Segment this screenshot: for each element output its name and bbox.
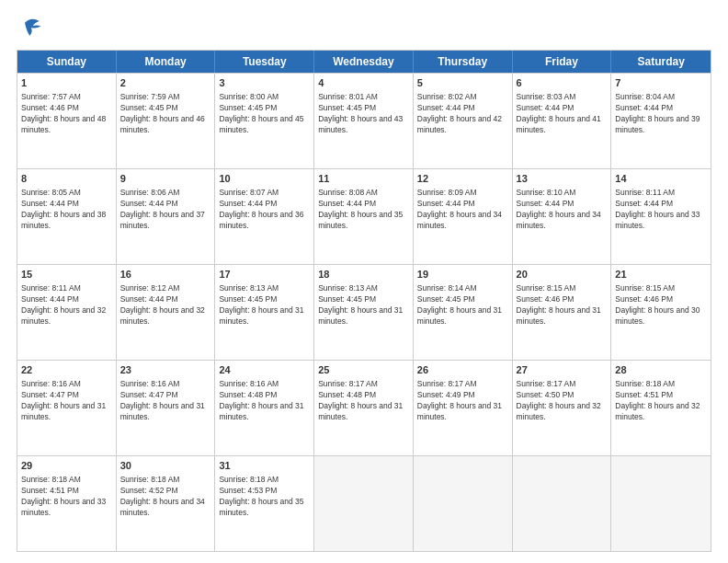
day-number: 10 [219, 172, 310, 186]
calendar-cell [611, 456, 711, 551]
calendar-header-cell: Thursday [414, 51, 513, 73]
calendar-header-cell: Wednesday [314, 51, 414, 73]
cell-details: Sunrise: 8:17 AMSunset: 4:49 PMDaylight:… [417, 379, 502, 421]
day-number: 2 [120, 76, 211, 90]
page: SundayMondayTuesdayWednesdayThursdayFrid… [0, 0, 728, 563]
calendar-cell [414, 456, 513, 551]
day-number: 14 [615, 172, 707, 186]
calendar-header-row: SundayMondayTuesdayWednesdayThursdayFrid… [17, 51, 711, 73]
calendar-week: 29Sunrise: 8:18 AMSunset: 4:51 PMDayligh… [17, 455, 711, 551]
calendar-cell: 12Sunrise: 8:09 AMSunset: 4:44 PMDayligh… [414, 169, 513, 264]
cell-details: Sunrise: 8:10 AMSunset: 4:44 PMDaylight:… [517, 188, 601, 230]
day-number: 26 [417, 363, 508, 377]
header [17, 15, 711, 40]
calendar-cell [513, 456, 612, 551]
calendar-body: 1Sunrise: 7:57 AMSunset: 4:46 PMDaylight… [17, 73, 711, 551]
day-number: 24 [219, 363, 310, 377]
cell-details: Sunrise: 8:18 AMSunset: 4:52 PMDaylight:… [120, 475, 205, 517]
calendar-cell: 14Sunrise: 8:11 AMSunset: 4:44 PMDayligh… [611, 169, 711, 264]
cell-details: Sunrise: 8:07 AMSunset: 4:44 PMDaylight:… [219, 188, 303, 230]
day-number: 20 [517, 268, 608, 282]
day-number: 5 [417, 76, 508, 90]
calendar-header-cell: Monday [117, 51, 216, 73]
calendar-cell: 16Sunrise: 8:12 AMSunset: 4:44 PMDayligh… [117, 265, 216, 360]
calendar: SundayMondayTuesdayWednesdayThursdayFrid… [17, 50, 711, 552]
day-number: 13 [517, 172, 608, 186]
day-number: 11 [318, 172, 409, 186]
calendar-cell: 9Sunrise: 8:06 AMSunset: 4:44 PMDaylight… [117, 169, 216, 264]
calendar-week: 15Sunrise: 8:11 AMSunset: 4:44 PMDayligh… [17, 264, 711, 360]
cell-details: Sunrise: 8:17 AMSunset: 4:50 PMDaylight:… [517, 379, 601, 421]
calendar-cell: 22Sunrise: 8:16 AMSunset: 4:47 PMDayligh… [17, 361, 117, 455]
calendar-cell: 15Sunrise: 8:11 AMSunset: 4:44 PMDayligh… [17, 265, 117, 360]
calendar-cell: 11Sunrise: 8:08 AMSunset: 4:44 PMDayligh… [314, 169, 414, 264]
day-number: 1 [21, 76, 112, 90]
logo-bird-icon [18, 15, 44, 40]
calendar-cell: 2Sunrise: 7:59 AMSunset: 4:45 PMDaylight… [117, 74, 216, 168]
cell-details: Sunrise: 8:18 AMSunset: 4:53 PMDaylight:… [219, 475, 303, 517]
calendar-header-cell: Tuesday [215, 51, 314, 73]
cell-details: Sunrise: 8:12 AMSunset: 4:44 PMDaylight:… [120, 283, 205, 326]
cell-details: Sunrise: 8:01 AMSunset: 4:45 PMDaylight:… [318, 92, 403, 134]
calendar-cell: 29Sunrise: 8:18 AMSunset: 4:51 PMDayligh… [17, 456, 117, 551]
cell-details: Sunrise: 8:00 AMSunset: 4:45 PMDaylight:… [219, 92, 303, 134]
calendar-week: 22Sunrise: 8:16 AMSunset: 4:47 PMDayligh… [17, 360, 711, 455]
calendar-cell: 27Sunrise: 8:17 AMSunset: 4:50 PMDayligh… [513, 361, 612, 455]
day-number: 27 [517, 363, 608, 377]
calendar-cell: 18Sunrise: 8:13 AMSunset: 4:45 PMDayligh… [314, 265, 414, 360]
calendar-cell: 23Sunrise: 8:16 AMSunset: 4:47 PMDayligh… [117, 361, 216, 455]
day-number: 4 [318, 76, 409, 90]
calendar-cell: 10Sunrise: 8:07 AMSunset: 4:44 PMDayligh… [215, 169, 314, 264]
calendar-cell: 1Sunrise: 7:57 AMSunset: 4:46 PMDaylight… [17, 74, 117, 168]
calendar-cell: 24Sunrise: 8:16 AMSunset: 4:48 PMDayligh… [215, 361, 314, 455]
day-number: 19 [417, 268, 508, 282]
calendar-week: 1Sunrise: 7:57 AMSunset: 4:46 PMDaylight… [17, 73, 711, 168]
calendar-cell [314, 456, 414, 551]
cell-details: Sunrise: 8:08 AMSunset: 4:44 PMDaylight:… [318, 188, 403, 230]
day-number: 21 [615, 268, 707, 282]
day-number: 6 [517, 76, 608, 90]
calendar-cell: 30Sunrise: 8:18 AMSunset: 4:52 PMDayligh… [117, 456, 216, 551]
calendar-cell: 21Sunrise: 8:15 AMSunset: 4:46 PMDayligh… [611, 265, 711, 360]
cell-details: Sunrise: 8:04 AMSunset: 4:44 PMDaylight:… [615, 92, 700, 134]
cell-details: Sunrise: 8:09 AMSunset: 4:44 PMDaylight:… [417, 188, 502, 230]
cell-details: Sunrise: 7:57 AMSunset: 4:46 PMDaylight:… [21, 92, 106, 134]
calendar-cell: 28Sunrise: 8:18 AMSunset: 4:51 PMDayligh… [611, 361, 711, 455]
cell-details: Sunrise: 8:18 AMSunset: 4:51 PMDaylight:… [615, 379, 700, 421]
cell-details: Sunrise: 8:14 AMSunset: 4:45 PMDaylight:… [417, 283, 502, 326]
calendar-cell: 3Sunrise: 8:00 AMSunset: 4:45 PMDaylight… [215, 74, 314, 168]
day-number: 29 [21, 459, 112, 473]
calendar-cell: 19Sunrise: 8:14 AMSunset: 4:45 PMDayligh… [414, 265, 513, 360]
day-number: 16 [120, 268, 211, 282]
cell-details: Sunrise: 8:03 AMSunset: 4:44 PMDaylight:… [517, 92, 601, 134]
calendar-cell: 13Sunrise: 8:10 AMSunset: 4:44 PMDayligh… [513, 169, 612, 264]
calendar-cell: 5Sunrise: 8:02 AMSunset: 4:44 PMDaylight… [414, 74, 513, 168]
day-number: 18 [318, 268, 409, 282]
calendar-header-cell: Sunday [17, 51, 117, 73]
cell-details: Sunrise: 8:11 AMSunset: 4:44 PMDaylight:… [21, 283, 106, 326]
cell-details: Sunrise: 8:18 AMSunset: 4:51 PMDaylight:… [21, 475, 106, 517]
day-number: 30 [120, 459, 211, 473]
calendar-cell: 25Sunrise: 8:17 AMSunset: 4:48 PMDayligh… [314, 361, 414, 455]
cell-details: Sunrise: 8:02 AMSunset: 4:44 PMDaylight:… [417, 92, 502, 134]
calendar-week: 8Sunrise: 8:05 AMSunset: 4:44 PMDaylight… [17, 168, 711, 264]
day-number: 7 [615, 76, 707, 90]
cell-details: Sunrise: 8:11 AMSunset: 4:44 PMDaylight:… [615, 188, 700, 230]
cell-details: Sunrise: 8:16 AMSunset: 4:47 PMDaylight:… [120, 379, 205, 421]
calendar-cell: 31Sunrise: 8:18 AMSunset: 4:53 PMDayligh… [215, 456, 314, 551]
cell-details: Sunrise: 8:13 AMSunset: 4:45 PMDaylight:… [318, 283, 403, 326]
day-number: 9 [120, 172, 211, 186]
calendar-cell: 4Sunrise: 8:01 AMSunset: 4:45 PMDaylight… [314, 74, 414, 168]
logo [17, 15, 44, 40]
day-number: 23 [120, 363, 211, 377]
cell-details: Sunrise: 8:17 AMSunset: 4:48 PMDaylight:… [318, 379, 403, 421]
cell-details: Sunrise: 8:13 AMSunset: 4:45 PMDaylight:… [219, 283, 303, 326]
cell-details: Sunrise: 7:59 AMSunset: 4:45 PMDaylight:… [120, 92, 205, 134]
cell-details: Sunrise: 8:16 AMSunset: 4:47 PMDaylight:… [21, 379, 106, 421]
calendar-cell: 26Sunrise: 8:17 AMSunset: 4:49 PMDayligh… [414, 361, 513, 455]
cell-details: Sunrise: 8:16 AMSunset: 4:48 PMDaylight:… [219, 379, 303, 421]
cell-details: Sunrise: 8:06 AMSunset: 4:44 PMDaylight:… [120, 188, 205, 230]
calendar-header-cell: Friday [513, 51, 612, 73]
day-number: 22 [21, 363, 112, 377]
calendar-cell: 7Sunrise: 8:04 AMSunset: 4:44 PMDaylight… [611, 74, 711, 168]
